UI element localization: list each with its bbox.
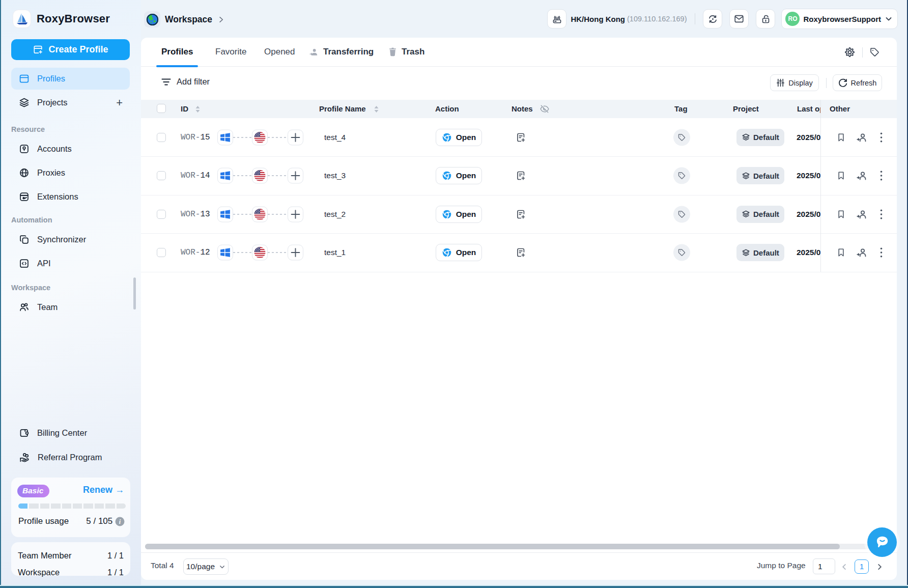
svg-text:i: i xyxy=(119,518,121,525)
